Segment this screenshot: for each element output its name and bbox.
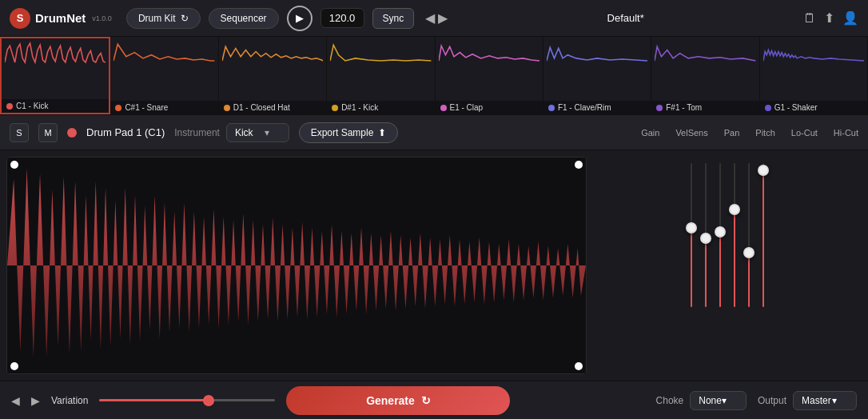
hi-cut-slider-track[interactable]: [762, 163, 764, 307]
knob-labels: Gain VelSens Pan Pitch Lo-Cut Hi-Cut: [641, 128, 858, 138]
logo-area: S DrumNet v1.0.0: [10, 8, 112, 29]
instrument-dropdown[interactable]: Kick ▾: [226, 123, 289, 142]
output-dropdown[interactable]: Master ▾: [793, 391, 857, 410]
gain-slider-col: [691, 163, 692, 323]
sequencer-label: Sequencer: [221, 13, 267, 24]
export-icon-small: ⬆: [378, 127, 386, 138]
variation-label: Variation: [51, 395, 88, 406]
lo-cut-slider-thumb[interactable]: [743, 247, 755, 258]
bpm-display[interactable]: 120.0: [321, 8, 364, 28]
drum-kit-button[interactable]: Drum Kit ↻: [126, 8, 201, 29]
sliders-row: [596, 157, 858, 374]
drum-pad-e1[interactable]: E1 - Clap: [436, 37, 543, 114]
handle-bl[interactable]: [10, 362, 18, 370]
output-arrow-icon: ▾: [832, 395, 837, 406]
next-button[interactable]: ▶: [438, 10, 448, 26]
drum-pad-f1sharp[interactable]: F#1 - Tom: [651, 37, 759, 114]
play-button[interactable]: ▶: [287, 6, 313, 31]
pitch-slider-col: [734, 163, 735, 323]
handle-br[interactable]: [575, 362, 583, 370]
drum-pad-d1[interactable]: D1 - Closed Hat: [219, 37, 327, 114]
choke-label: Choke: [656, 395, 684, 406]
variation-slider-container[interactable]: [99, 399, 275, 401]
pad-waveform-f1sharp: [651, 37, 759, 85]
velsens-slider-thumb[interactable]: [700, 233, 711, 244]
export-icon[interactable]: ⬆: [824, 10, 834, 26]
main-area: [0, 150, 868, 381]
pad-label-c1: C1 - Kick: [2, 99, 109, 113]
sync-label: Sync: [383, 13, 404, 24]
preset-name[interactable]: Default*: [456, 12, 795, 24]
hi-cut-slider-thumb[interactable]: [758, 165, 769, 176]
prev-button[interactable]: ◀: [425, 10, 435, 26]
user-icon[interactable]: 👤: [842, 10, 858, 26]
save-icon[interactable]: 🗒: [803, 11, 816, 26]
knob-label-pitch: Pitch: [755, 128, 774, 138]
lo-cut-slider-track[interactable]: [748, 163, 750, 307]
generate-button[interactable]: Generate ↻: [286, 386, 510, 415]
hi-cut-slider-col: [762, 163, 764, 323]
instrument-select: Instrument Kick ▾: [174, 123, 289, 142]
refresh-icon: ↻: [181, 13, 189, 24]
drum-pad-g1[interactable]: G1 - Shaker: [760, 37, 868, 114]
instrument-value: Kick: [235, 127, 253, 138]
pan-slider-thumb[interactable]: [715, 226, 726, 237]
drum-pad-f1[interactable]: F1 - Clave/Rim: [543, 37, 651, 114]
hi-cut-slider-fill: [762, 170, 764, 307]
drum-pad-d1sharp[interactable]: D#1 - Kick: [327, 37, 435, 114]
output-value: Master: [802, 395, 831, 406]
logo-icon: S: [10, 8, 30, 29]
pitch-slider-track[interactable]: [734, 163, 735, 307]
knob-label-hi-cut: Hi-Cut: [834, 128, 858, 138]
handle-tr[interactable]: [575, 161, 583, 169]
output-section: Output Master ▾: [758, 391, 857, 410]
pad-waveform-d1sharp: [327, 37, 434, 85]
knob-label-lo-cut: Lo-Cut: [791, 128, 818, 138]
choke-value: None: [699, 395, 722, 406]
variation-thumb[interactable]: [203, 395, 214, 406]
choke-section: Choke None ▾: [656, 391, 747, 410]
sync-button[interactable]: Sync: [372, 8, 415, 29]
pad-label-f1sharp: F#1 - Tom: [651, 101, 759, 114]
velsens-slider-track[interactable]: [705, 163, 707, 307]
knob-label-pan: Pan: [724, 128, 740, 138]
generate-label: Generate: [366, 394, 415, 407]
play-icon: ▶: [296, 12, 304, 24]
knobs-panel: [587, 150, 868, 381]
instrument-label: Instrument: [174, 127, 220, 138]
sequencer-button[interactable]: Sequencer: [209, 8, 279, 29]
variation-prev-button[interactable]: ◀: [11, 394, 20, 407]
bottom-bar: ◀ ▶ Variation Generate ↻ Choke None ▾ Ou…: [0, 381, 868, 419]
pad-note-name-d1: D1 - Closed Hat: [233, 103, 290, 112]
app-version: v1.0.0: [92, 14, 112, 22]
pad-note-name-c1: C1 - Kick: [16, 102, 49, 110]
gain-slider-thumb[interactable]: [686, 222, 697, 233]
pad-label-f1: F1 - Clave/Rim: [543, 101, 651, 114]
variation-track[interactable]: [99, 399, 275, 401]
s-button[interactable]: S: [10, 123, 29, 142]
pan-slider-track[interactable]: [719, 163, 721, 307]
pad-label-d1: D1 - Closed Hat: [219, 101, 326, 114]
gain-slider-track[interactable]: [691, 163, 692, 307]
drum-pad-c1sharp[interactable]: C#1 - Snare: [110, 37, 218, 114]
pad-indicator: [67, 128, 77, 138]
choke-arrow-icon: ▾: [722, 395, 727, 406]
header: S DrumNet v1.0.0 Drum Kit ↻ Sequencer ▶ …: [0, 0, 868, 37]
pad-waveform-g1: [760, 37, 867, 85]
pitch-slider-fill: [734, 210, 735, 307]
drum-strip: C1 - Kick C#1 - Snare D1 - Closed Hat: [0, 37, 868, 115]
pitch-slider-thumb[interactable]: [729, 204, 740, 215]
export-sample-button[interactable]: Export Sample ⬆: [299, 122, 399, 143]
pad-waveform-e1: [436, 37, 543, 85]
handle-tl[interactable]: [10, 161, 18, 169]
header-icons: 🗒 ⬆ 👤: [803, 10, 858, 26]
pan-slider-fill: [719, 232, 721, 307]
pad-note-name-f1: F1 - Clave/Rim: [558, 103, 611, 112]
variation-next-button[interactable]: ▶: [31, 394, 40, 407]
pad-label-e1: E1 - Clap: [436, 101, 543, 114]
m-button[interactable]: M: [38, 123, 58, 142]
drum-pad-c1[interactable]: C1 - Kick: [0, 37, 110, 114]
drum-kit-label: Drum Kit: [138, 13, 176, 24]
velsens-slider-fill: [705, 238, 707, 307]
choke-dropdown[interactable]: None ▾: [690, 391, 747, 410]
